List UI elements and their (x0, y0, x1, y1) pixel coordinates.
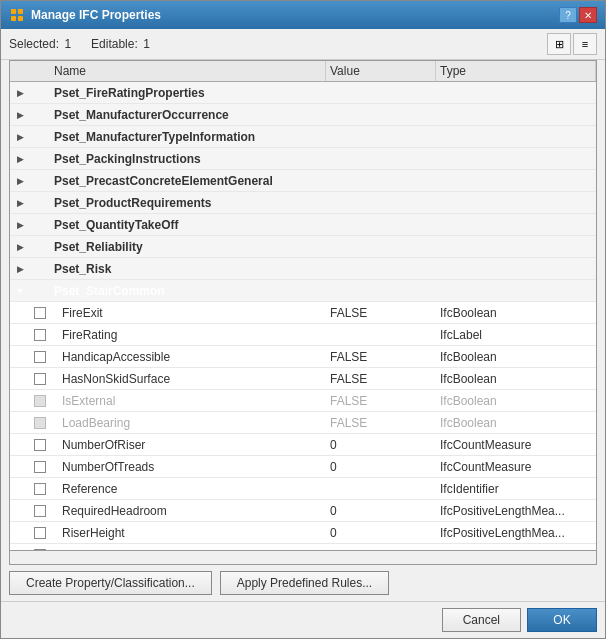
expand-toggle[interactable]: ▶ (10, 198, 30, 208)
property-checkbox[interactable] (34, 351, 46, 363)
table-row[interactable]: ▶Pset_ManufacturerOccurrence (10, 104, 596, 126)
property-value: 0 (326, 524, 436, 542)
property-checkbox[interactable] (34, 373, 46, 385)
property-type (436, 91, 596, 95)
table-row[interactable]: ▶Pset_ManufacturerTypeInformation (10, 126, 596, 148)
property-value: 0 (326, 546, 436, 551)
table-row[interactable]: HandicapAccessibleFALSEIfcBoolean (10, 346, 596, 368)
property-value (326, 113, 436, 117)
property-type: IfcBoolean (436, 414, 596, 432)
table-row[interactable]: NumberOfTreads0IfcCountMeasure (10, 456, 596, 478)
table-row[interactable]: ▶Pset_Reliability (10, 236, 596, 258)
property-checkbox[interactable] (34, 549, 46, 551)
list-view-button[interactable]: ≡ (573, 33, 597, 55)
property-name: Reference (50, 480, 326, 498)
property-name: Pset_StairCommon (50, 282, 326, 300)
table-row[interactable]: ReferenceIfcIdentifier (10, 478, 596, 500)
property-value: FALSE (326, 348, 436, 366)
property-type (436, 245, 596, 249)
property-name: Pset_PrecastConcreteElementGeneral (50, 172, 326, 190)
expand-arrow-icon: ▶ (17, 198, 24, 208)
table-row[interactable]: FireExitFALSEIfcBoolean (10, 302, 596, 324)
table-row[interactable]: IsExternalFALSEIfcBoolean (10, 390, 596, 412)
col-header-name: Name (50, 61, 326, 81)
expand-toggle[interactable]: ▶ (10, 154, 30, 164)
property-name: IsExternal (50, 392, 326, 410)
property-name: Pset_ProductRequirements (50, 194, 326, 212)
property-name: RequiredHeadroom (50, 502, 326, 520)
expand-toggle[interactable]: ▶ (10, 264, 30, 274)
property-table: Name Value Type ▶Pset_FireRatingProperti… (9, 60, 597, 551)
create-property-button[interactable]: Create Property/Classification... (9, 571, 212, 595)
property-value (326, 135, 436, 139)
property-type: IfcBoolean (436, 304, 596, 322)
property-name: FireExit (50, 304, 326, 322)
property-type: IfcPositiveLengthMea... (436, 502, 596, 520)
property-checkbox[interactable] (34, 483, 46, 495)
table-row[interactable]: NumberOfRiser0IfcCountMeasure (10, 434, 596, 456)
expand-toggle[interactable]: ▶ (10, 110, 30, 120)
apply-rules-button[interactable]: Apply Predefined Rules... (220, 571, 389, 595)
property-checkbox (34, 417, 46, 429)
expand-toggle[interactable]: ▶ (10, 176, 30, 186)
property-value (326, 157, 436, 161)
table-row[interactable]: LoadBearingFALSEIfcBoolean (10, 412, 596, 434)
table-row[interactable]: HasNonSkidSurfaceFALSEIfcBoolean (10, 368, 596, 390)
property-checkbox[interactable] (34, 439, 46, 451)
expand-toggle[interactable]: ▶ (10, 220, 30, 230)
col-header-type: Type (436, 61, 596, 81)
property-value: FALSE (326, 392, 436, 410)
property-value (326, 267, 436, 271)
table-row[interactable]: TreadLength0IfcPositiveLengthMea... (10, 544, 596, 550)
property-checkbox[interactable] (34, 527, 46, 539)
expand-arrow-icon: ▶ (17, 88, 24, 98)
property-type (436, 267, 596, 271)
table-row[interactable]: ▼Pset_StairCommon (10, 280, 596, 302)
table-row[interactable]: FireRatingIfcLabel (10, 324, 596, 346)
cancel-button[interactable]: Cancel (442, 608, 521, 632)
property-checkbox[interactable] (34, 307, 46, 319)
property-name: HasNonSkidSurface (50, 370, 326, 388)
property-value (326, 487, 436, 491)
expand-toggle[interactable]: ▶ (10, 132, 30, 142)
property-type (436, 157, 596, 161)
expand-arrow-icon: ▶ (17, 110, 24, 120)
table-row[interactable]: ▶Pset_ProductRequirements (10, 192, 596, 214)
property-checkbox[interactable] (34, 505, 46, 517)
property-checkbox (34, 395, 46, 407)
property-checkbox[interactable] (34, 329, 46, 341)
property-name: LoadBearing (50, 414, 326, 432)
expand-arrow-icon: ▼ (16, 286, 25, 296)
horizontal-scrollbar[interactable] (9, 551, 597, 565)
table-row[interactable]: ▶Pset_QuantityTakeOff (10, 214, 596, 236)
table-row[interactable]: ▶Pset_PackingInstructions (10, 148, 596, 170)
table-row[interactable]: RequiredHeadroom0IfcPositiveLengthMea... (10, 500, 596, 522)
expand-toggle[interactable]: ▶ (10, 242, 30, 252)
property-name: RiserHeight (50, 524, 326, 542)
expand-toggle[interactable]: ▼ (10, 286, 30, 296)
table-row[interactable]: RiserHeight0IfcPositiveLengthMea... (10, 522, 596, 544)
dialog-title: Manage IFC Properties (31, 8, 161, 22)
table-row[interactable]: ▶Pset_PrecastConcreteElementGeneral (10, 170, 596, 192)
table-row[interactable]: ▶Pset_Risk (10, 258, 596, 280)
help-button[interactable]: ? (559, 7, 577, 23)
property-checkbox[interactable] (34, 461, 46, 473)
property-type (436, 289, 596, 293)
app-icon (9, 7, 25, 23)
ok-button[interactable]: OK (527, 608, 597, 632)
property-name: Pset_ManufacturerTypeInformation (50, 128, 326, 146)
property-name: Pset_PackingInstructions (50, 150, 326, 168)
table-body[interactable]: ▶Pset_FireRatingProperties▶Pset_Manufact… (10, 82, 596, 550)
property-value (326, 179, 436, 183)
close-button[interactable]: ✕ (579, 7, 597, 23)
property-type: IfcBoolean (436, 392, 596, 410)
property-name: Pset_QuantityTakeOff (50, 216, 326, 234)
expand-toggle[interactable]: ▶ (10, 88, 30, 98)
property-value: FALSE (326, 414, 436, 432)
expand-arrow-icon: ▶ (17, 154, 24, 164)
selected-label: Selected: 1 (9, 37, 71, 51)
property-name: HandicapAccessible (50, 348, 326, 366)
expand-arrow-icon: ▶ (17, 264, 24, 274)
table-row[interactable]: ▶Pset_FireRatingProperties (10, 82, 596, 104)
view-toggle-button[interactable]: ⊞ (547, 33, 571, 55)
